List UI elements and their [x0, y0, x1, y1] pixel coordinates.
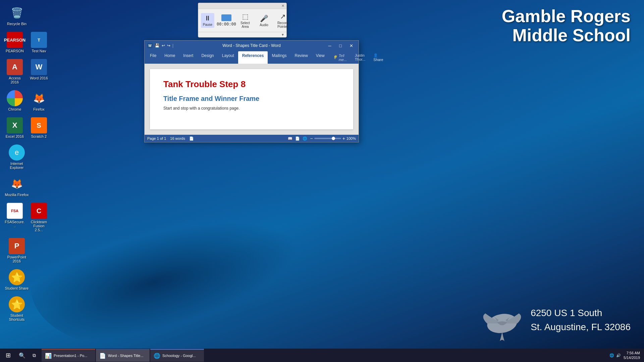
desktop-icon-excel-2016[interactable]: X Excel 2016 [3, 116, 26, 140]
tab-mailings[interactable]: Mailings [268, 51, 290, 64]
tab-design[interactable]: Design [197, 51, 218, 64]
school-name-line1: Gamble Rogers [502, 6, 631, 26]
zoom-out-button[interactable]: − [310, 136, 313, 141]
tab-home[interactable]: Home [160, 51, 179, 64]
save-quick-btn[interactable]: 💾 [155, 43, 160, 48]
taskbar-tray: 🌐 🔊 [609, 353, 621, 358]
word-2016-icon: W [31, 59, 47, 75]
desktop-icon-fsa-secure[interactable]: FSA FSASecure... [3, 201, 26, 233]
pause-label: Pause [203, 23, 212, 26]
tab-file[interactable]: File [146, 51, 160, 64]
spelling-icon: 📄 [189, 136, 194, 141]
record-pointer-icon: ↗ [280, 12, 286, 20]
word-close-button[interactable]: ✕ [346, 42, 356, 49]
word-window: W 💾 ↩ ↪ | Word - Shapes Title Card - Wor… [144, 40, 359, 142]
author-label: Justin Thor... [351, 51, 369, 64]
recording-toolbar: ✕ ⏸ Pause 00:00:00 ⬚ Select Area 🎤 Audio [198, 3, 287, 38]
tab-view[interactable]: View [312, 51, 329, 64]
timer-value: 00:00:00 [217, 22, 236, 26]
web-layout-icon[interactable]: 🌐 [303, 136, 307, 141]
taskview-icon: ⧉ [33, 353, 36, 358]
desktop-icon-access-2016[interactable]: A Access 2016 [3, 58, 26, 85]
word-document-area[interactable]: Tank Trouble Step 8 Title Frame and Winn… [145, 64, 359, 135]
tell-me-field[interactable]: 💡 Tell me... [329, 51, 351, 64]
powerpoint-tb-label: Presentation1 - Po... [54, 354, 87, 358]
powerpoint-tb-icon: 📊 [45, 353, 52, 359]
school-name-line2: Middle School [513, 25, 631, 45]
audio-label: Audio [260, 23, 268, 27]
tab-layout[interactable]: Layout [218, 51, 238, 64]
fsa-secure-label: FSASecure... [5, 220, 25, 228]
windows-logo-icon: ⊞ [6, 352, 11, 359]
recording-toolbar-settings[interactable]: ▼ [198, 32, 286, 37]
tab-references[interactable]: References [238, 51, 268, 64]
taskbar-item-chrome[interactable]: 🌐 Schoology - Googl... [150, 349, 204, 362]
record-pointer-label: Record Pointer [277, 21, 288, 28]
desktop: Gamble Rogers Middle School [0, 0, 644, 362]
taskbar-search-button[interactable]: 🔍 [16, 349, 28, 362]
desktop-icon-scratch-2[interactable]: S Scratch 2 [28, 116, 50, 140]
audio-icon: 🎤 [260, 14, 268, 22]
desktop-icon-word-2016[interactable]: W Word 2016 [28, 58, 50, 85]
recording-toolbar-buttons: ⏸ Pause 00:00:00 ⬚ Select Area 🎤 Audio ↗… [198, 9, 286, 32]
settings-arrow: ▼ [281, 33, 284, 37]
student-shortcuts-label: Student Shortcuts [5, 313, 29, 321]
desktop-icon-mozilla-firefox[interactable]: 🦊 Mozilla Firefox [3, 174, 30, 198]
taskbar-item-powerpoint[interactable]: 📊 Presentation1 - Po... [42, 349, 95, 362]
desktop-icon-pearson[interactable]: PEARSON PEARSON [3, 31, 26, 54]
taskbar-items: 📊 Presentation1 - Po... 📄 Word - Shapes … [40, 349, 609, 362]
select-area-button[interactable]: ⬚ Select Area [238, 11, 252, 30]
desktop-icon-powerpoint-2016[interactable]: P PowerPoint 2016 [3, 237, 30, 264]
desktop-icon-clickteam[interactable]: C Clickteam Fusion 2.5... [28, 201, 50, 233]
word-statusbar: Page 1 of 1 16 words 📄 📖 📄 🌐 − + 100% [145, 135, 359, 142]
audio-button[interactable]: 🎤 Audio [257, 13, 271, 28]
desktop-icon-student-shortcuts[interactable]: ⭐ Student Shortcuts [3, 295, 30, 323]
undo-quick-btn[interactable]: ↩ [162, 43, 165, 48]
word-2016-label: Word 2016 [30, 76, 48, 80]
access-2016-icon: A [7, 59, 23, 75]
zoom-slider[interactable] [314, 138, 341, 139]
print-layout-icon[interactable]: 📄 [295, 136, 300, 141]
redo-quick-btn[interactable]: ↪ [167, 43, 170, 48]
word-titlebar-controls: ─ □ ✕ [325, 42, 356, 49]
read-mode-icon[interactable]: 📖 [288, 136, 292, 141]
zoom-level: 100% [346, 136, 356, 140]
word-tb-icon: 📄 [99, 353, 106, 359]
taskbar-taskview-button[interactable]: ⧉ [28, 349, 40, 362]
desktop-icon-firefox[interactable]: 🦊 Firefox [28, 89, 50, 113]
desktop-icon-ie[interactable]: e Internet Explorer [3, 143, 30, 171]
desktop-icon-student-share[interactable]: ⭐ Student Share [3, 268, 30, 292]
ie-icon: e [9, 144, 25, 161]
minimize-button[interactable]: ─ [325, 42, 334, 49]
taskbar-item-word[interactable]: 📄 Word - Shapes Title... [96, 349, 150, 362]
desktop-icons-container: 🗑️ Recycle Bin PEARSON PEARSON T Test Na… [0, 0, 54, 329]
pause-button[interactable]: ⏸ Pause [201, 13, 214, 28]
chrome-label: Chrome [8, 107, 21, 111]
zoom-in-button[interactable]: + [342, 136, 345, 141]
recording-toolbar-titlebar: ✕ [198, 3, 286, 9]
scratch-2-icon: S [31, 117, 47, 133]
desktop-icon-recycle-bin[interactable]: 🗑️ Recycle Bin [3, 3, 30, 27]
timer-display: 00:00:00 [220, 13, 233, 28]
statusbar-right: 📖 📄 🌐 − + 100% [288, 136, 356, 141]
clock-date: 5/14/2019 [624, 355, 640, 360]
lightbulb-icon: 💡 [333, 55, 337, 60]
statusbar-left: Page 1 of 1 16 words 📄 [147, 136, 194, 141]
tab-insert[interactable]: Insert [179, 51, 197, 64]
share-button[interactable]: 👤 Share [369, 51, 387, 64]
desktop-icon-chrome[interactable]: Chrome [3, 89, 26, 113]
student-share-label: Student Share [5, 286, 29, 290]
record-pointer-button[interactable]: ↗ Record Pointer [276, 11, 289, 30]
desktop-icon-test-nav[interactable]: T Test Nav [28, 31, 50, 54]
taskbar-clock[interactable]: 7:56 AM 5/14/2019 [624, 351, 640, 360]
powerpoint-2016-label: PowerPoint 2016 [5, 255, 29, 263]
start-button[interactable]: ⊞ [0, 349, 16, 362]
firefox-icon: 🦊 [31, 90, 47, 106]
tab-review[interactable]: Review [291, 51, 312, 64]
school-name: Gamble Rogers Middle School [502, 7, 631, 45]
pearson-icon: PEARSON [7, 32, 23, 48]
recording-toolbar-close[interactable]: ✕ [281, 4, 285, 8]
word-titlebar-left: W 💾 ↩ ↪ | [147, 43, 173, 48]
school-address: 6250 US 1 South St. Augustine, FL 32086 [531, 306, 631, 334]
restore-button[interactable]: □ [336, 42, 345, 49]
